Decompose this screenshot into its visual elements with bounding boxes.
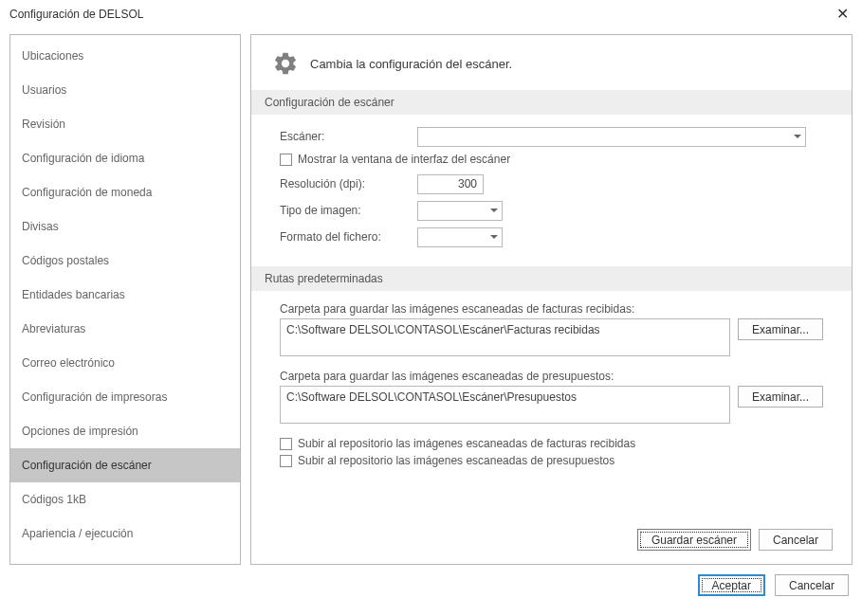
sidebar-item-3[interactable]: Configuración de idioma bbox=[10, 141, 240, 175]
accept-button[interactable]: Aceptar bbox=[698, 574, 765, 596]
sidebar-item-8[interactable]: Abreviaturas bbox=[10, 312, 240, 346]
show-interface-checkbox[interactable] bbox=[280, 154, 292, 166]
resolution-label: Resolución (dpi): bbox=[280, 177, 417, 190]
sidebar-item-1[interactable]: Usuarios bbox=[10, 73, 240, 107]
section-header-default-paths: Rutas predeterminadas bbox=[251, 266, 852, 291]
page-header-text: Cambia la configuración del escáner. bbox=[310, 57, 512, 71]
invoices-path-label: Carpeta para guardar las imágenes escane… bbox=[280, 302, 823, 316]
sidebar-item-4[interactable]: Configuración de moneda bbox=[10, 175, 240, 209]
sidebar-item-14[interactable]: Apariencia / ejecución bbox=[10, 516, 240, 551]
sidebar: UbicacionesUsuariosRevisiónConfiguración… bbox=[9, 34, 241, 565]
sidebar-item-12[interactable]: Configuración de escáner bbox=[10, 448, 240, 482]
invoices-path-input[interactable]: C:\Software DELSOL\CONTASOL\Escáner\Fact… bbox=[280, 318, 730, 356]
scanner-label: Escáner: bbox=[280, 130, 417, 143]
window-title: Configuración de DELSOL bbox=[9, 8, 143, 21]
upload-quotes-label: Subir al repositorio las imágenes escane… bbox=[298, 454, 614, 467]
sidebar-item-6[interactable]: Códigos postales bbox=[10, 244, 240, 278]
quotes-path-input[interactable]: C:\Software DELSOL\CONTASOL\Escáner\Pres… bbox=[280, 386, 730, 424]
gear-icon bbox=[272, 50, 299, 77]
scanner-dropdown[interactable] bbox=[417, 127, 806, 147]
image-type-dropdown[interactable] bbox=[417, 201, 503, 221]
sidebar-item-11[interactable]: Opciones de impresión bbox=[10, 414, 240, 448]
sidebar-item-7[interactable]: Entidades bancarias bbox=[10, 278, 240, 312]
dialog-cancel-button[interactable]: Cancelar bbox=[775, 574, 849, 596]
quotes-path-label: Carpeta para guardar las imágenes escane… bbox=[280, 370, 823, 383]
chevron-down-icon bbox=[794, 135, 801, 138]
browse-invoices-button[interactable]: Examinar... bbox=[738, 318, 823, 340]
image-type-label: Tipo de imagen: bbox=[280, 204, 417, 217]
browse-quotes-button[interactable]: Examinar... bbox=[738, 386, 823, 408]
main-panel: Cambia la configuración del escáner. Con… bbox=[250, 34, 853, 565]
chevron-down-icon bbox=[490, 235, 498, 239]
resolution-input[interactable] bbox=[417, 174, 484, 194]
file-format-dropdown[interactable] bbox=[417, 227, 503, 247]
show-interface-label: Mostrar la ventana de interfaz del escán… bbox=[298, 153, 510, 166]
sidebar-item-5[interactable]: Divisas bbox=[10, 209, 240, 244]
file-format-label: Formato del fichero: bbox=[280, 230, 417, 244]
sidebar-item-9[interactable]: Correo electrónico bbox=[10, 346, 240, 380]
panel-cancel-button[interactable]: Cancelar bbox=[759, 529, 833, 551]
upload-quotes-checkbox[interactable] bbox=[280, 455, 292, 467]
titlebar: Configuración de DELSOL ✕ bbox=[0, 0, 862, 28]
close-icon[interactable]: ✕ bbox=[831, 5, 854, 24]
sidebar-item-10[interactable]: Configuración de impresoras bbox=[10, 380, 240, 414]
sidebar-item-2[interactable]: Revisión bbox=[10, 107, 240, 141]
sidebar-item-0[interactable]: Ubicaciones bbox=[10, 39, 240, 73]
save-scanner-button[interactable]: Guardar escáner bbox=[637, 529, 751, 551]
section-header-scanner-config: Configuración de escáner bbox=[251, 90, 852, 115]
upload-invoices-checkbox[interactable] bbox=[280, 438, 292, 450]
upload-invoices-label: Subir al repositorio las imágenes escane… bbox=[298, 437, 635, 450]
sidebar-item-13[interactable]: Códigos 1kB bbox=[10, 482, 240, 516]
chevron-down-icon bbox=[490, 208, 498, 212]
